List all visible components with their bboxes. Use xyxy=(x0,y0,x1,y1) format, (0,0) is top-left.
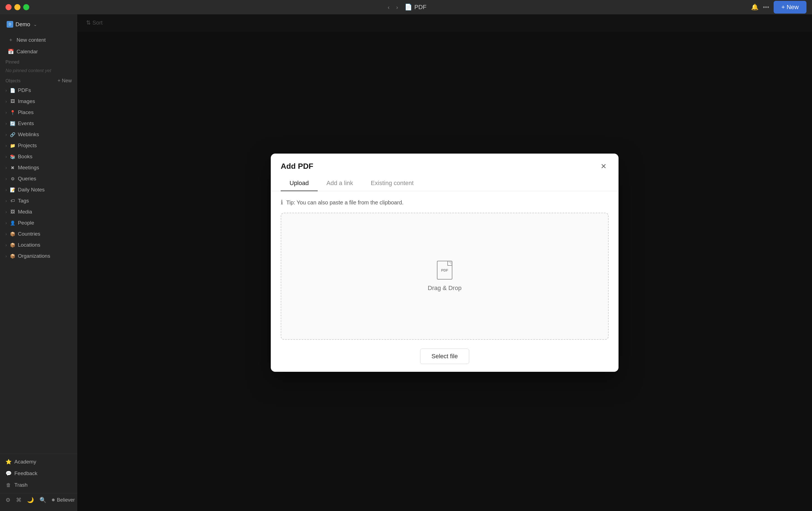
events-icon: 🔄 xyxy=(10,120,16,127)
more-button[interactable]: ••• xyxy=(763,4,769,11)
events-chevron-icon: › xyxy=(5,121,7,126)
projects-icon: 📁 xyxy=(10,142,16,149)
settings-icon[interactable]: ⚙ xyxy=(5,496,10,503)
countries-label: Countries xyxy=(18,231,40,237)
command-icon[interactable]: ⌘ xyxy=(16,496,22,503)
sidebar-item-images[interactable]: › 🖼 Images xyxy=(0,96,77,107)
pdfs-label: PDFs xyxy=(18,87,31,93)
forward-button[interactable]: › xyxy=(394,3,401,11)
sidebar-item-people[interactable]: › 👤 People xyxy=(0,217,77,228)
images-chevron-icon: › xyxy=(5,99,7,104)
breadcrumb-icon: 📄 xyxy=(405,4,412,11)
sidebar-item-places[interactable]: › 📍 Places xyxy=(0,107,77,118)
tab-add-link-label: Add a link xyxy=(326,180,353,186)
new-button-label: + New xyxy=(781,4,799,11)
people-label: People xyxy=(18,220,34,226)
calendar-label: Calendar xyxy=(17,49,38,55)
pdfs-chevron-icon: › xyxy=(5,88,7,92)
tab-existing-content[interactable]: Existing content xyxy=(362,176,422,191)
modal-close-button[interactable]: ✕ xyxy=(599,161,609,171)
modal-tabs: Upload Add a link Existing content xyxy=(271,176,618,191)
titlebar: ‹ › 📄 PDF 🔔 ••• + New xyxy=(0,0,812,15)
new-button[interactable]: + New xyxy=(774,1,807,14)
feedback-icon: 💬 xyxy=(5,470,11,477)
queries-chevron-icon: › xyxy=(5,177,7,181)
sidebar: D Demo ⌄ + New content 📅 Calendar Pinned… xyxy=(0,15,77,511)
tab-existing-content-label: Existing content xyxy=(371,180,413,186)
sidebar-bottom: ⭐ Academy 💬 Feedback 🗑 Trash xyxy=(0,454,77,493)
tab-upload-label: Upload xyxy=(290,180,309,186)
sidebar-item-media[interactable]: › 🖼 Media xyxy=(0,206,77,217)
sidebar-item-meetings[interactable]: › ✖ Meetings xyxy=(0,162,77,173)
sidebar-item-calendar[interactable]: 📅 Calendar xyxy=(2,46,75,57)
user-row[interactable]: Believer xyxy=(52,497,75,503)
books-chevron-icon: › xyxy=(5,154,7,159)
tab-upload[interactable]: Upload xyxy=(281,176,318,191)
add-pdf-modal: Add PDF ✕ Upload Add a link Existing con… xyxy=(271,154,618,372)
notification-button[interactable]: 🔔 xyxy=(751,4,758,11)
projects-label: Projects xyxy=(18,142,37,149)
sidebar-item-organizations[interactable]: › 📦 Organizations xyxy=(0,250,77,262)
sidebar-item-projects[interactable]: › 📁 Projects xyxy=(0,140,77,151)
tags-icon: 🏷 xyxy=(10,198,16,204)
new-content-icon: + xyxy=(8,37,14,43)
sidebar-item-tags[interactable]: › 🏷 Tags xyxy=(0,195,77,206)
sidebar-item-weblinks[interactable]: › 🔗 Weblinks xyxy=(0,129,77,140)
username-label: Believer xyxy=(57,497,75,503)
traffic-lights xyxy=(5,4,29,10)
pinned-section: Pinned xyxy=(0,57,77,66)
sidebar-item-new-content[interactable]: + New content xyxy=(2,34,75,46)
close-button[interactable] xyxy=(5,4,11,10)
workspace-chevron-icon: ⌄ xyxy=(33,22,37,27)
organizations-icon: 📦 xyxy=(10,253,16,259)
media-label: Media xyxy=(18,209,32,215)
titlebar-center: ‹ › 📄 PDF xyxy=(385,3,427,11)
modal-overlay[interactable]: Add PDF ✕ Upload Add a link Existing con… xyxy=(77,15,812,511)
books-label: Books xyxy=(18,154,33,160)
modal-body: ℹ Tip: You can also paste a file from th… xyxy=(271,191,618,372)
pdfs-icon: 📄 xyxy=(10,87,16,93)
events-label: Events xyxy=(18,120,34,127)
queries-label: Queries xyxy=(18,176,36,182)
select-file-button[interactable]: Select file xyxy=(420,349,469,364)
media-chevron-icon: › xyxy=(5,210,7,214)
feedback-label: Feedback xyxy=(14,470,37,477)
back-button[interactable]: ‹ xyxy=(385,3,392,11)
select-file-label: Select file xyxy=(431,353,458,360)
breadcrumb-label: PDF xyxy=(414,4,427,11)
maximize-button[interactable] xyxy=(23,4,29,10)
breadcrumb: 📄 PDF xyxy=(405,4,427,11)
people-icon: 👤 xyxy=(10,220,16,226)
sidebar-item-countries[interactable]: › 📦 Countries xyxy=(0,228,77,240)
meetings-label: Meetings xyxy=(18,165,39,171)
places-chevron-icon: › xyxy=(5,110,7,115)
images-icon: 🖼 xyxy=(10,98,16,104)
search-icon[interactable]: 🔍 xyxy=(39,496,47,503)
sidebar-item-pdfs[interactable]: › 📄 PDFs xyxy=(0,85,77,96)
minimize-button[interactable] xyxy=(14,4,21,10)
sidebar-item-events[interactable]: › 🔄 Events xyxy=(0,118,77,129)
sidebar-item-daily-notes[interactable]: › 📝 Daily Notes xyxy=(0,184,77,195)
calendar-icon: 📅 xyxy=(8,49,14,55)
pdf-icon-corner xyxy=(447,261,452,266)
drop-zone[interactable]: PDF Drag & Drop xyxy=(281,213,609,340)
sidebar-top: D Demo ⌄ xyxy=(0,19,77,34)
sidebar-item-queries[interactable]: › ⚙ Queries xyxy=(0,173,77,184)
people-chevron-icon: › xyxy=(5,221,7,225)
objects-label: Objects xyxy=(5,78,21,83)
sidebar-item-locations[interactable]: › 📦 Locations xyxy=(0,240,77,250)
places-label: Places xyxy=(18,109,34,115)
sidebar-item-academy[interactable]: ⭐ Academy xyxy=(0,456,77,468)
pdf-icon-body: PDF xyxy=(437,261,453,279)
locations-label: Locations xyxy=(18,242,40,248)
sidebar-item-books[interactable]: › 📚 Books xyxy=(0,151,77,162)
objects-new-button[interactable]: + New xyxy=(57,78,72,84)
theme-icon[interactable]: 🌙 xyxy=(27,496,34,503)
tab-add-link[interactable]: Add a link xyxy=(318,176,362,191)
images-label: Images xyxy=(18,98,35,104)
sidebar-item-trash[interactable]: 🗑 Trash xyxy=(0,479,77,491)
sidebar-item-feedback[interactable]: 💬 Feedback xyxy=(0,468,77,479)
tip-text: Tip: You can also paste a file from the … xyxy=(286,199,404,206)
workspace-row[interactable]: D Demo ⌄ xyxy=(4,19,73,30)
weblinks-chevron-icon: › xyxy=(5,132,7,137)
